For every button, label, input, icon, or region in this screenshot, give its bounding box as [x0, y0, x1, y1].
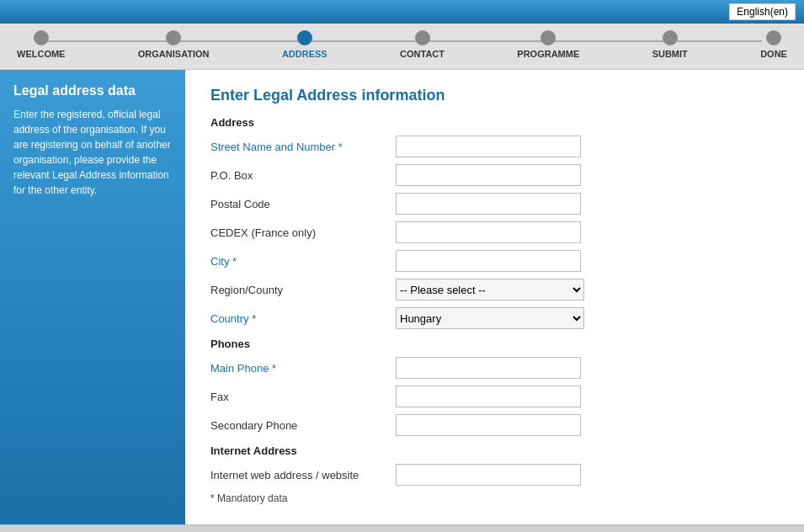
- city-label: City *: [210, 255, 396, 268]
- cedex-label: CEDEX (France only): [210, 226, 396, 239]
- fax-input[interactable]: [396, 386, 581, 407]
- country-row: Country * Hungary: [210, 307, 779, 329]
- cedex-row: CEDEX (France only): [210, 221, 779, 243]
- street-row: Street Name and Number *: [210, 136, 779, 157]
- postal-input[interactable]: [396, 193, 581, 215]
- internet-label: Internet web address / website: [210, 469, 396, 481]
- step-label-organisation: ORGANISATION: [138, 49, 210, 59]
- cedex-input[interactable]: [396, 221, 581, 243]
- fax-row: Fax: [210, 386, 779, 407]
- form-title: Enter Legal Address information: [210, 87, 779, 104]
- address-heading: Address: [210, 116, 779, 129]
- secondary-phone-input[interactable]: [396, 414, 581, 436]
- street-label: Street Name and Number *: [210, 141, 396, 153]
- step-label-programme: PROGRAMME: [517, 49, 579, 59]
- secondary-phone-label: Secondary Phone: [210, 419, 396, 432]
- postal-label: Postal Code: [210, 198, 396, 210]
- step-welcome[interactable]: WELCOME: [17, 30, 65, 59]
- phones-heading: Phones: [210, 338, 779, 350]
- internet-row: Internet web address / website: [210, 464, 779, 486]
- main-phone-row: Main Phone *: [210, 357, 779, 379]
- region-row: Region/County -- Please select --: [210, 279, 779, 301]
- step-circle-programme: [540, 30, 556, 45]
- street-input[interactable]: [396, 136, 581, 157]
- fax-label: Fax: [210, 391, 396, 403]
- step-circle-submit: [663, 30, 678, 45]
- city-row: City *: [210, 250, 779, 272]
- top-bar: English(en): [0, 0, 804, 24]
- mandatory-note: * Mandatory data: [210, 492, 779, 504]
- main-phone-label: Main Phone *: [210, 362, 396, 375]
- step-label-done: DONE: [760, 49, 787, 59]
- footer: Close Save Draft Delete Draft < Back Nex…: [0, 524, 804, 532]
- step-label-welcome: WELCOME: [17, 49, 65, 59]
- main-container: Legal address data Enter the registered,…: [0, 70, 804, 524]
- pobox-label: P.O. Box: [210, 169, 396, 182]
- step-label-contact: CONTACT: [400, 49, 445, 59]
- sidebar-description: Enter the registered, official legal add…: [13, 107, 172, 198]
- internet-heading: Internet Address: [210, 444, 779, 457]
- step-circle-address: [297, 30, 312, 45]
- region-label: Region/County: [210, 284, 396, 296]
- form-area: Enter Legal Address information Address …: [185, 70, 804, 524]
- region-select[interactable]: -- Please select --: [396, 279, 584, 301]
- language-button[interactable]: English(en): [729, 3, 796, 20]
- step-done[interactable]: DONE: [760, 30, 787, 59]
- sidebar: Legal address data Enter the registered,…: [0, 70, 185, 524]
- secondary-phone-row: Secondary Phone: [210, 414, 779, 436]
- step-organisation[interactable]: ORGANISATION: [138, 30, 210, 59]
- step-circle-contact: [415, 30, 430, 45]
- pobox-input[interactable]: [396, 164, 581, 186]
- progress-bar: WELCOME ORGANISATION ADDRESS CONTACT PRO…: [0, 24, 804, 70]
- step-address[interactable]: ADDRESS: [282, 30, 327, 59]
- step-label-submit: SUBMIT: [652, 49, 688, 59]
- country-label: Country *: [210, 312, 396, 325]
- step-circle-welcome: [34, 30, 49, 45]
- step-programme[interactable]: PROGRAMME: [517, 30, 579, 59]
- step-circle-done: [766, 30, 781, 45]
- internet-input[interactable]: [396, 464, 581, 486]
- postal-row: Postal Code: [210, 193, 779, 215]
- step-submit[interactable]: SUBMIT: [652, 30, 688, 59]
- main-phone-input[interactable]: [396, 357, 581, 379]
- sidebar-title: Legal address data: [13, 83, 172, 98]
- step-circle-organisation: [166, 30, 181, 45]
- step-contact[interactable]: CONTACT: [400, 30, 445, 59]
- country-select[interactable]: Hungary: [396, 307, 584, 329]
- progress-steps: WELCOME ORGANISATION ADDRESS CONTACT PRO…: [17, 30, 787, 69]
- pobox-row: P.O. Box: [210, 164, 779, 186]
- city-input[interactable]: [396, 250, 581, 272]
- step-label-address: ADDRESS: [282, 49, 327, 59]
